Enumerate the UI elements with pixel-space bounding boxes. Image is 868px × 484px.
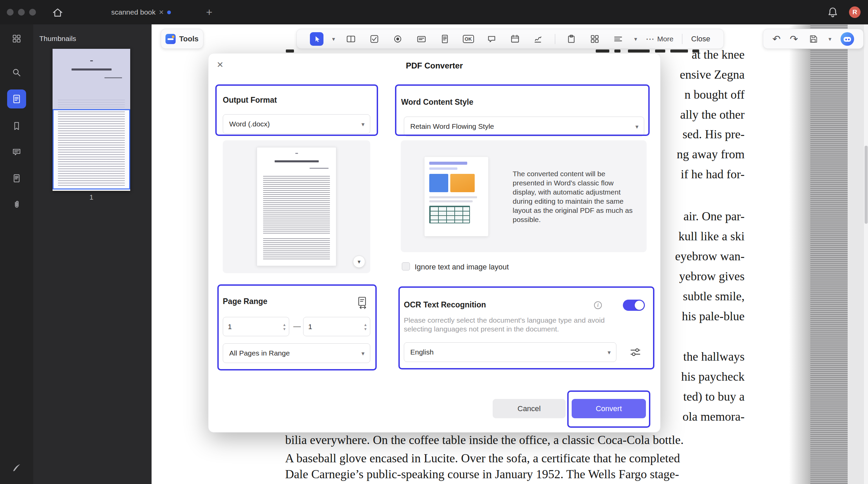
page-gutter-shadow <box>789 24 810 484</box>
note-card-icon[interactable] <box>414 32 429 46</box>
output-format-select[interactable]: Word (.docx) ▾ <box>223 114 370 134</box>
ignore-layout-label: Ignore text and image layout <box>415 263 509 271</box>
ignore-layout-checkbox[interactable] <box>402 262 410 270</box>
thumbnails-tab-active[interactable] <box>7 89 26 108</box>
word-content-style-select[interactable]: Retain Word Flowing Style ▾ <box>404 117 644 136</box>
tab-title: scanned book <box>111 8 156 16</box>
document-tab[interactable]: scanned book × <box>108 0 174 24</box>
panel-title: Thumbnails <box>39 35 76 43</box>
thumbnail-dim-overlay <box>53 49 130 109</box>
clipped-text-fragment <box>655 49 665 53</box>
align-lines-icon[interactable] <box>611 32 626 46</box>
page-range-to-value: 1 <box>308 323 312 331</box>
ocr-toggle[interactable] <box>623 300 645 311</box>
more-button[interactable]: ⋯ More <box>646 34 673 44</box>
undo-icon[interactable]: ↶ <box>772 33 781 45</box>
bookmark-icon[interactable] <box>12 121 22 131</box>
clipped-text-fragment <box>628 49 650 53</box>
clipped-text-fragment <box>614 49 620 53</box>
home-button[interactable] <box>52 6 64 19</box>
book-page-edges <box>810 24 848 484</box>
more-label: More <box>657 35 673 43</box>
style-description: The converted content will be presented … <box>513 169 635 224</box>
book-text-line: Dale Carnegie’s public-speaking course i… <box>285 467 679 481</box>
clipped-text-fragment <box>596 49 609 53</box>
ai-assistant-icon[interactable] <box>841 32 854 46</box>
tab-close-icon[interactable]: × <box>159 8 164 16</box>
page-range-to-input[interactable]: 1 ▴▾ <box>303 317 370 336</box>
ok-stamp-icon[interactable]: OK <box>461 32 476 46</box>
signature-icon[interactable] <box>531 32 546 46</box>
ocr-language-select[interactable]: English ▾ <box>404 342 616 362</box>
save-chevron-icon[interactable]: ▾ <box>829 36 832 42</box>
book-text-line: bilia everywhere. On the coffee table in… <box>285 433 684 447</box>
new-tab-button[interactable]: + <box>202 5 216 20</box>
range-separator: — <box>293 322 301 331</box>
save-button[interactable] <box>807 32 820 46</box>
ocr-label: OCR Text Recognition <box>404 300 486 309</box>
signature-pen-icon[interactable] <box>12 463 22 473</box>
apps-grid-icon[interactable] <box>12 34 22 44</box>
thumbnails-panel: Thumbnails 1 <box>33 24 152 484</box>
format-preview-panel: ▾ <box>223 140 370 273</box>
style-preview-panel: The converted content will be presented … <box>401 140 647 252</box>
select-tool-button[interactable] <box>310 32 323 46</box>
calendar-icon[interactable] <box>508 32 522 46</box>
page-thumbnail[interactable] <box>53 49 130 191</box>
select-tool-chevron-icon[interactable]: ▾ <box>332 36 335 42</box>
custom-range-icon[interactable] <box>357 296 368 309</box>
chevron-down-icon: ▾ <box>361 350 364 357</box>
pdf-converter-dialog: × PDF Converter Output Format Word (.doc… <box>208 53 660 432</box>
stepper-icon[interactable]: ▴▾ <box>364 322 367 331</box>
info-icon[interactable]: i <box>594 301 602 309</box>
chevron-down-icon: ▾ <box>635 123 638 130</box>
book-text-line: A baseball glove encased in Lucite. Over… <box>285 451 680 465</box>
tools-button[interactable]: Tools <box>161 29 203 49</box>
page-scope-value: All Pages in Range <box>229 349 290 357</box>
ocr-help-text: Please correctly select the document's l… <box>404 316 628 334</box>
clipboard-icon[interactable] <box>564 32 579 46</box>
toolbar-divider <box>682 34 683 44</box>
more-dots-icon: ⋯ <box>646 34 654 44</box>
page-icon[interactable] <box>12 173 22 183</box>
grid-view-icon[interactable] <box>587 32 602 46</box>
notifications-button[interactable] <box>827 6 839 18</box>
convert-button[interactable]: Convert <box>572 399 646 418</box>
page-range-from-value: 1 <box>228 323 232 331</box>
toolbar-close-button[interactable]: Close <box>691 35 710 43</box>
thumbnails-icon <box>12 94 22 104</box>
window-zoom-button[interactable] <box>29 9 36 16</box>
page-range-from-input[interactable]: 1 ▴▾ <box>223 317 289 336</box>
language-settings-sliders-icon[interactable] <box>629 346 642 359</box>
thumbnail-viewport-indicator[interactable] <box>53 109 130 189</box>
preview-next-icon[interactable]: ▾ <box>353 256 365 268</box>
clipped-text-fragment <box>286 49 294 53</box>
reader-view-icon[interactable] <box>343 32 358 46</box>
tools-label: Tools <box>179 35 198 43</box>
toolbar-divider <box>555 34 555 44</box>
page-scope-select[interactable]: All Pages in Range ▾ <box>223 343 370 363</box>
window-titlebar: scanned book × + R <box>0 0 868 24</box>
redo-icon[interactable]: ↷ <box>790 33 798 45</box>
text-page-icon[interactable] <box>437 32 452 46</box>
navigation-sidebar <box>0 24 33 484</box>
search-icon[interactable] <box>12 67 22 78</box>
page-preview-image <box>257 147 336 266</box>
scrollbar-thumb[interactable] <box>865 146 868 224</box>
speech-bubble-icon[interactable] <box>484 32 499 46</box>
window-minimize-button[interactable] <box>18 9 25 16</box>
save-icon <box>809 34 818 44</box>
align-chevron-icon[interactable]: ▾ <box>634 36 637 42</box>
unsaved-indicator-dot <box>167 11 171 14</box>
page-margin-strip <box>848 24 864 484</box>
comment-icon[interactable] <box>12 147 22 157</box>
cancel-button[interactable]: Cancel <box>493 399 566 418</box>
attachment-paperclip-icon[interactable] <box>12 200 22 210</box>
window-close-button[interactable] <box>7 9 14 16</box>
ocr-language-value: English <box>410 348 434 356</box>
record-tool-icon[interactable] <box>390 32 405 46</box>
stepper-icon[interactable]: ▴▾ <box>283 322 285 331</box>
user-avatar[interactable]: R <box>849 6 861 18</box>
checkbox-tool-icon[interactable] <box>367 32 382 46</box>
page-range-label: Page Range <box>223 297 268 306</box>
